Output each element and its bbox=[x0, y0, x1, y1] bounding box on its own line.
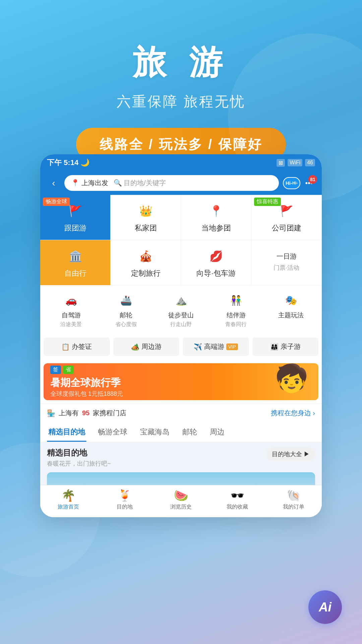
company-tour-tag: 惊喜特惠 bbox=[254, 198, 281, 206]
service-family[interactable]: 👨‍👩‍👧 亲子游 bbox=[252, 337, 319, 356]
home-icon: 🌴 bbox=[61, 489, 75, 502]
orders-label: 我的订单 bbox=[283, 503, 304, 511]
theme-icon: 🎭 bbox=[282, 291, 300, 310]
free-tour-label: 自由行 bbox=[64, 268, 86, 278]
self-drive-sub: 沿途美景 bbox=[60, 321, 82, 328]
banner-sub-text: 全球度假礼包 1元抵1888元 bbox=[50, 390, 123, 398]
notification-button[interactable]: ••• 81 bbox=[303, 177, 315, 189]
store-info: 🏪 上海有 95 家携程门店 携程在您身边 › bbox=[40, 404, 322, 422]
cat-company-tour[interactable]: 惊喜特惠 🚩 公司团建 bbox=[251, 195, 322, 240]
day-tour-sub: 门票·活动 bbox=[274, 264, 299, 272]
luxury-label: 高端游 bbox=[204, 342, 224, 351]
moon-icon: 🌙 bbox=[80, 158, 89, 167]
companion-icon: 👫 bbox=[227, 291, 245, 310]
local-tour-label: 当地参团 bbox=[201, 223, 231, 233]
favorites-label: 我的收藏 bbox=[227, 503, 248, 511]
destination-icon: 🍹 bbox=[118, 489, 132, 502]
phone-mockup: 下午 5:14 🌙 ⊠ WiFi 46 ‹ 📍 上海出发 🔍 目的地/关键字 H… bbox=[40, 154, 322, 517]
bottom-nav-destination[interactable]: 🍹 目的地 bbox=[97, 489, 153, 511]
activity-cruise[interactable]: 🚢 邮轮 省心度假 bbox=[99, 291, 154, 328]
family-label: 亲子游 bbox=[281, 342, 301, 351]
history-icon: 🍉 bbox=[174, 489, 188, 502]
services-row: 📋 办签证 🏕️ 周边游 ✈️ 高端游 VIP 👨‍👩‍👧 亲子游 bbox=[40, 333, 322, 360]
self-drive-icon: 🚗 bbox=[62, 291, 80, 310]
activity-companion[interactable]: 👫 结伴游 青春同行 bbox=[208, 291, 263, 328]
day-tour-label: 一日游 bbox=[277, 252, 297, 261]
cat-private-tour[interactable]: 👑 私家团 bbox=[111, 195, 181, 240]
banner-tag1: 签 bbox=[50, 366, 61, 374]
custom-tour-icon: 🎪 bbox=[136, 247, 155, 266]
cat-local-tour[interactable]: 📍 当地参团 bbox=[181, 195, 251, 240]
featured-header: 精选目的地 春暖花开，出门旅行吧~ 目的地大全 ▶ bbox=[47, 447, 315, 468]
private-tour-icon: 👑 bbox=[136, 202, 155, 220]
guide-tour-icon: 💋 bbox=[207, 247, 226, 266]
tab-cruise[interactable]: 邮轮 bbox=[181, 422, 198, 442]
family-icon: 👨‍👩‍👧 bbox=[270, 343, 279, 351]
service-luxury[interactable]: ✈️ 高端游 VIP bbox=[183, 337, 249, 356]
free-tour-icon: 🏛️ bbox=[66, 247, 85, 266]
search-bar[interactable]: 📍 上海出发 🔍 目的地/关键字 bbox=[64, 175, 279, 191]
promo-banner[interactable]: 签 省 暑期全球旅行季 全球度假礼包 1元抵1888元 🧒 bbox=[44, 363, 318, 400]
featured-link[interactable]: 目的地大全 ▶ bbox=[266, 447, 315, 461]
destination-label: 目的地 bbox=[117, 503, 133, 511]
hi-badge[interactable]: Hi- bbox=[283, 177, 300, 189]
store-link[interactable]: 携程在您身边 › bbox=[271, 409, 315, 418]
visa-icon: 📋 bbox=[61, 343, 70, 351]
cat-guide-tour[interactable]: 💋 向导·包车游 bbox=[181, 240, 251, 285]
activity-hiking[interactable]: ⛰️ 徒步登山 行走山野 bbox=[154, 291, 208, 328]
nav-icons: Hi- ••• 81 bbox=[283, 177, 315, 189]
tab-world[interactable]: 畅游全球 bbox=[97, 422, 129, 442]
company-tour-label: 公司团建 bbox=[272, 223, 301, 233]
cruise-label: 邮轮 bbox=[120, 311, 132, 320]
hiking-icon: ⛰️ bbox=[172, 291, 190, 310]
featured-info: 精选目的地 春暖花开，出门旅行吧~ bbox=[47, 447, 111, 468]
favorites-icon: 🕶️ bbox=[230, 489, 244, 502]
activities-row: 🚗 自驾游 沿途美景 🚢 邮轮 省心度假 ⛰️ 徒步登山 行走山野 👫 结伴游 … bbox=[40, 285, 322, 333]
destination-tabs: 精选目的地 畅游全球 宝藏海岛 邮轮 周边 bbox=[40, 422, 322, 442]
cat-custom-tour[interactable]: 🎪 定制旅行 bbox=[111, 240, 181, 285]
tab-featured[interactable]: 精选目的地 bbox=[47, 422, 86, 442]
group-tour-tag: 畅游全球 bbox=[43, 198, 70, 206]
cat-free-tour[interactable]: 🏛️ 自由行 bbox=[40, 240, 111, 285]
bottom-nav-orders[interactable]: 🐚 我的订单 bbox=[265, 489, 322, 511]
status-bar: 下午 5:14 🌙 ⊠ WiFi 46 bbox=[40, 154, 322, 171]
bottom-nav-history[interactable]: 🍉 浏览历史 bbox=[153, 489, 209, 511]
banner-main-text: 暑期全球旅行季 bbox=[50, 376, 123, 390]
store-emoji: 🏪 bbox=[47, 409, 55, 417]
companion-label: 结伴游 bbox=[227, 311, 246, 320]
service-visa[interactable]: 📋 办签证 bbox=[44, 337, 110, 356]
history-label: 浏览历史 bbox=[170, 503, 192, 511]
tab-island[interactable]: 宝藏海岛 bbox=[139, 422, 171, 442]
search-dest: 🔍 目的地/关键字 bbox=[114, 178, 166, 187]
ai-button[interactable]: Ai bbox=[308, 590, 342, 624]
bottom-nav-home[interactable]: 🌴 旅游首页 bbox=[40, 489, 97, 511]
tab-nearby[interactable]: 周边 bbox=[208, 422, 226, 442]
banner-tag2: 省 bbox=[63, 366, 74, 374]
cat-day-tour[interactable]: 一日游 门票·活动 bbox=[251, 240, 322, 285]
home-label: 旅游首页 bbox=[58, 503, 79, 511]
local-tour-icon: 📍 bbox=[207, 202, 226, 220]
nearby-label: 周边游 bbox=[141, 342, 162, 351]
activity-theme[interactable]: 🎭 主题玩法 bbox=[263, 291, 318, 328]
nearby-icon: 🏕️ bbox=[131, 343, 139, 351]
store-suffix: 家携程门店 bbox=[93, 409, 126, 418]
activity-self-drive[interactable]: 🚗 自驾游 沿途美景 bbox=[44, 291, 99, 328]
vip-badge: VIP bbox=[226, 343, 238, 350]
service-nearby[interactable]: 🏕️ 周边游 bbox=[113, 337, 180, 356]
banner-content: 签 省 暑期全球旅行季 全球度假礼包 1元抵1888元 bbox=[44, 366, 130, 398]
cruise-sub: 省心度假 bbox=[115, 321, 137, 328]
store-prefix: 上海有 bbox=[59, 409, 79, 418]
luxury-icon: ✈️ bbox=[194, 343, 202, 351]
back-button[interactable]: ‹ bbox=[47, 178, 60, 189]
private-tour-label: 私家团 bbox=[135, 223, 157, 233]
hi-label: Hi- bbox=[286, 180, 292, 186]
hiking-label: 徒步登山 bbox=[168, 311, 194, 320]
featured-title: 精选目的地 bbox=[47, 447, 111, 458]
status-icons: ⊠ WiFi 46 bbox=[277, 159, 315, 167]
custom-tour-label: 定制旅行 bbox=[131, 268, 161, 278]
cat-group-tour[interactable]: 畅游全球 🚩 跟团游 bbox=[40, 195, 111, 240]
bottom-nav-favorites[interactable]: 🕶️ 我的收藏 bbox=[209, 489, 265, 511]
store-count: 95 bbox=[82, 409, 89, 417]
hiking-sub: 行走山野 bbox=[170, 321, 192, 328]
ai-label: Ai bbox=[319, 600, 331, 614]
